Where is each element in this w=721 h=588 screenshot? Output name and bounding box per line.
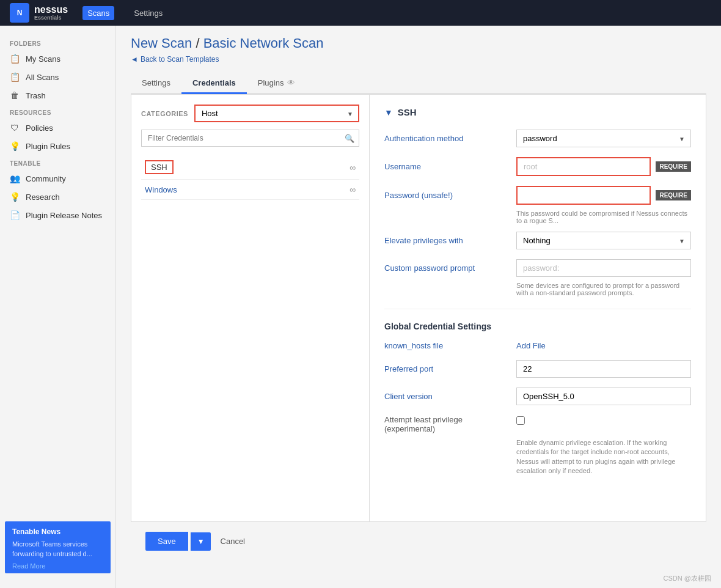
- sidebar-item-trash[interactable]: 🗑 Trash: [0, 86, 115, 105]
- sidebar: FOLDERS 📋 My Scans 📋 All Scans 🗑 Trash R…: [0, 26, 116, 588]
- category-select[interactable]: Host Cloud Database: [194, 105, 359, 122]
- plugins-eye-icon: 👁: [287, 78, 295, 87]
- auth-method-select[interactable]: password public key certificate Kerberos: [516, 130, 691, 147]
- plugins-label: Plugins: [258, 78, 284, 87]
- sidebar-item-research[interactable]: 💡 Research: [0, 188, 115, 206]
- known-hosts-label: known_hosts file: [384, 341, 507, 350]
- credential-item-windows[interactable]: Windows ∞: [141, 180, 359, 200]
- sidebar-item-all-scans[interactable]: 📋 All Scans: [0, 68, 115, 86]
- preferred-port-control: [516, 360, 691, 378]
- custom-prompt-hint: Some devices are configured to prompt fo…: [516, 282, 691, 296]
- elevate-label: Elevate privileges with: [384, 236, 507, 245]
- sidebar-item-policies[interactable]: 🛡 Policies: [0, 119, 115, 137]
- bottom-bar: Save ▼ Cancel: [131, 522, 706, 560]
- read-more-link[interactable]: Read More: [12, 562, 103, 570]
- ssh-infinity-icon: ∞: [350, 163, 356, 172]
- page-title: New Scan / Basic Network Scan: [131, 35, 706, 51]
- tenable-news-body: Microsoft Teams services forwarding to u…: [12, 540, 103, 559]
- ssh-section-title: SSH: [398, 107, 417, 117]
- save-dropdown-button[interactable]: ▼: [191, 532, 211, 551]
- sidebar-item-plugin-release-notes[interactable]: 📄 Plugin Release Notes: [0, 206, 115, 224]
- tab-plugins[interactable]: Plugins 👁: [247, 73, 307, 94]
- release-notes-icon: 📄: [10, 210, 20, 220]
- ssh-selected-badge: SSH: [145, 160, 174, 174]
- cancel-button[interactable]: Cancel: [213, 532, 252, 551]
- custom-prompt-row: Custom password prompt: [384, 259, 691, 277]
- username-require-badge: REQUIRE: [656, 161, 691, 172]
- password-label: Password (unsafe!): [384, 191, 507, 200]
- add-file-link[interactable]: Add File: [516, 341, 546, 350]
- password-hint: This password could be compromised if Ne…: [516, 210, 691, 224]
- client-version-input[interactable]: [516, 388, 691, 405]
- elevate-row: Elevate privileges with Nothing sudo su …: [384, 232, 691, 249]
- auth-method-select-wrap: password public key certificate Kerberos: [516, 130, 691, 147]
- custom-prompt-label: Custom password prompt: [384, 263, 507, 273]
- preferred-port-label: Preferred port: [384, 364, 507, 373]
- brand-sub: Essentials: [34, 15, 68, 21]
- ssh-section-header: ▼ SSH: [384, 107, 691, 117]
- ssh-collapse-icon[interactable]: ▼: [384, 108, 393, 117]
- sidebar-item-label: Policies: [26, 123, 53, 133]
- custom-prompt-control: [516, 259, 691, 277]
- nav-scans[interactable]: Scans: [82, 6, 114, 20]
- community-icon: 👥: [10, 174, 20, 183]
- sidebar-item-plugin-rules[interactable]: 💡 Plugin Rules: [0, 137, 115, 155]
- sidebar-item-label: Community: [26, 174, 66, 183]
- custom-prompt-input[interactable]: [516, 259, 691, 277]
- sidebar-top: FOLDERS 📋 My Scans 📋 All Scans 🗑 Trash R…: [0, 35, 115, 224]
- username-input[interactable]: [516, 157, 651, 176]
- tab-bar: Settings Credentials Plugins 👁: [131, 73, 706, 94]
- known-hosts-control: Add File: [516, 341, 691, 350]
- sidebar-item-label: Trash: [26, 91, 46, 100]
- sidebar-item-label: All Scans: [26, 73, 59, 82]
- attempt-privilege-hint: Enable dynamic privilege escalation. If …: [516, 438, 691, 476]
- resources-section-label: RESOURCES: [0, 105, 115, 119]
- folders-section-label: FOLDERS: [0, 35, 115, 50]
- nav-settings[interactable]: Settings: [129, 6, 167, 20]
- preferred-port-input[interactable]: [516, 360, 691, 378]
- sidebar-item-label: Plugin Release Notes: [26, 211, 102, 220]
- windows-infinity-icon: ∞: [350, 185, 356, 194]
- elevate-select-wrap: Nothing sudo su su+sudo dzdo pbrun cisco…: [516, 232, 691, 249]
- tenable-section-label: TENABLE: [0, 155, 115, 169]
- logo-text: nessus Essentials: [34, 4, 68, 21]
- page-title-part1: New Scan: [131, 35, 192, 51]
- auth-method-row: Authentication method password public ke…: [384, 130, 691, 147]
- research-icon: 💡: [10, 192, 20, 202]
- attempt-privilege-label: Attempt least privilege (experimental): [384, 415, 507, 433]
- elevate-select[interactable]: Nothing sudo su su+sudo dzdo pbrun cisco…: [516, 232, 691, 249]
- section-divider: [384, 309, 691, 309]
- page-title-separator: /: [196, 35, 203, 51]
- tenable-news-box: Tenable News Microsoft Teams services fo…: [5, 521, 111, 573]
- sidebar-item-label: Research: [26, 193, 60, 202]
- back-link[interactable]: ◄ Back to Scan Templates: [131, 55, 706, 64]
- client-version-control: [516, 388, 691, 405]
- sidebar-item-my-scans[interactable]: 📋 My Scans: [0, 50, 115, 68]
- username-control: REQUIRE: [516, 157, 691, 176]
- watermark: CSDN @农耕园: [664, 574, 711, 583]
- trash-icon: 🗑: [10, 90, 20, 100]
- save-button[interactable]: Save: [145, 532, 188, 551]
- preferred-port-row: Preferred port: [384, 360, 691, 378]
- filter-search-icon: 🔍: [345, 134, 354, 143]
- windows-cred-name: Windows: [145, 185, 177, 194]
- password-require-badge: REQUIRE: [656, 190, 691, 200]
- right-panel: ▼ SSH Authentication method password pub…: [370, 95, 706, 521]
- top-navigation: N nessus Essentials Scans Settings: [0, 0, 721, 26]
- credentials-panels: CATEGORIES Host Cloud Database 🔍 SSH: [131, 94, 706, 522]
- sidebar-item-community[interactable]: 👥 Community: [0, 169, 115, 188]
- filter-credentials-input[interactable]: [141, 130, 359, 147]
- tab-settings[interactable]: Settings: [131, 73, 181, 94]
- policies-icon: 🛡: [10, 123, 20, 133]
- client-version-row: Client version: [384, 388, 691, 405]
- password-input[interactable]: [516, 186, 651, 205]
- auth-method-label: Authentication method: [384, 134, 507, 143]
- category-select-wrapper: Host Cloud Database: [194, 105, 359, 122]
- password-control: REQUIRE: [516, 186, 691, 205]
- attempt-privilege-checkbox[interactable]: [516, 416, 525, 425]
- attempt-privilege-row: Attempt least privilege (experimental): [384, 415, 691, 433]
- credential-item-ssh[interactable]: SSH ∞: [141, 155, 359, 180]
- tab-credentials[interactable]: Credentials: [181, 73, 247, 94]
- brand-name: nessus: [34, 4, 68, 15]
- categories-label: CATEGORIES: [141, 110, 188, 117]
